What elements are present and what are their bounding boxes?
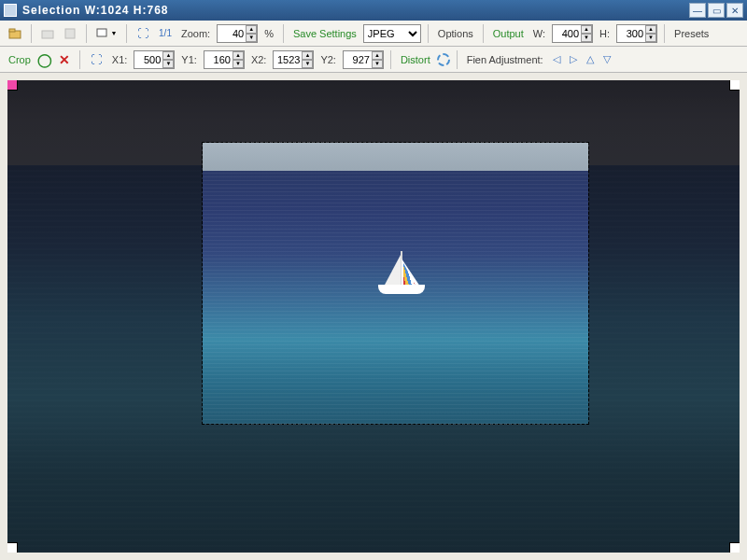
svg-rect-2 (42, 31, 53, 38)
minimize-button[interactable]: — (689, 3, 706, 18)
w-label: W: (530, 28, 548, 39)
adjust-up-icon[interactable]: △ (584, 53, 597, 65)
fit-screen-icon[interactable]: ⛶ (134, 24, 152, 43)
separator (79, 50, 80, 69)
crop-label: Crop (6, 54, 34, 65)
percent-label: % (261, 28, 276, 39)
save-settings-label[interactable]: Save Settings (290, 28, 359, 39)
x2-label: X2: (248, 54, 270, 65)
y2-label: Y2: (317, 54, 339, 65)
crop-accept-icon[interactable]: ◯ (37, 52, 52, 67)
options-button[interactable]: Options (435, 28, 476, 39)
handle-top-right[interactable] (729, 80, 740, 91)
separator (428, 24, 429, 43)
window-title: Selection W:1024 H:768 (22, 4, 687, 17)
toolbar-row-1: ▼ ⛶ 1/1 Zoom: ▲▼ % Save Settings JPEG Op… (0, 21, 747, 47)
adjust-left-icon[interactable]: ◁ (550, 53, 563, 65)
format-select[interactable]: JPEG (363, 24, 421, 43)
separator (126, 24, 127, 43)
h-up[interactable]: ▲ (645, 25, 656, 34)
crop-cancel-icon[interactable]: ✕ (56, 52, 73, 67)
separator (86, 24, 87, 43)
open-file-icon[interactable] (6, 24, 24, 43)
svg-rect-4 (97, 29, 106, 36)
close-button[interactable]: ✕ (726, 3, 743, 18)
svg-rect-1 (9, 29, 15, 32)
folder-icon[interactable] (38, 24, 57, 43)
adjust-right-icon[interactable]: ▷ (567, 53, 580, 65)
fine-adjustment-label: Fien Adjustment: (464, 54, 546, 65)
selection-sky (203, 143, 589, 171)
zoom-down[interactable]: ▼ (246, 34, 257, 42)
presets-button[interactable]: Presets (671, 28, 712, 39)
h-label: H: (597, 28, 613, 39)
toolbar-row-2: Crop ◯ ✕ ⛶ X1: ▲▼ Y1: ▲▼ X2: ▲▼ Y2: ▲▼ D… (0, 47, 747, 73)
title-bar: Selection W:1024 H:768 — ▭ ✕ (0, 0, 747, 21)
canvas-area (0, 73, 747, 560)
selection-content (203, 143, 589, 425)
view-mode-dropdown[interactable]: ▼ (93, 24, 120, 43)
handle-bottom-left[interactable] (7, 542, 18, 553)
separator (390, 50, 391, 69)
y1-label: Y1: (178, 54, 200, 65)
separator (283, 24, 284, 43)
zoom-input-wrap: ▲▼ (217, 24, 258, 43)
distort-label: Distort (398, 54, 433, 65)
sailboat (373, 249, 432, 300)
maximize-button[interactable]: ▭ (708, 3, 725, 18)
svg-rect-3 (65, 29, 75, 38)
fit-selection-icon[interactable]: ⛶ (87, 50, 106, 69)
separator (664, 24, 665, 43)
output-label: Output (490, 28, 527, 39)
separator (483, 24, 484, 43)
handle-top-left[interactable] (7, 80, 18, 91)
one-to-one-button[interactable]: 1/1 (156, 24, 175, 43)
separator (31, 24, 32, 43)
save-icon[interactable] (61, 24, 79, 43)
distort-spinner-icon[interactable] (437, 53, 450, 66)
zoom-up[interactable]: ▲ (246, 25, 257, 34)
handle-bottom-right[interactable] (729, 542, 740, 553)
w-up[interactable]: ▲ (581, 25, 592, 34)
selection-rect[interactable] (202, 142, 590, 426)
separator (457, 50, 458, 69)
image-viewport[interactable] (7, 80, 740, 553)
h-down[interactable]: ▼ (645, 34, 656, 42)
app-icon (4, 4, 17, 17)
zoom-label: Zoom: (178, 28, 213, 39)
adjust-down-icon[interactable]: ▽ (600, 53, 613, 65)
x1-label: X1: (109, 54, 131, 65)
w-down[interactable]: ▼ (581, 34, 592, 42)
